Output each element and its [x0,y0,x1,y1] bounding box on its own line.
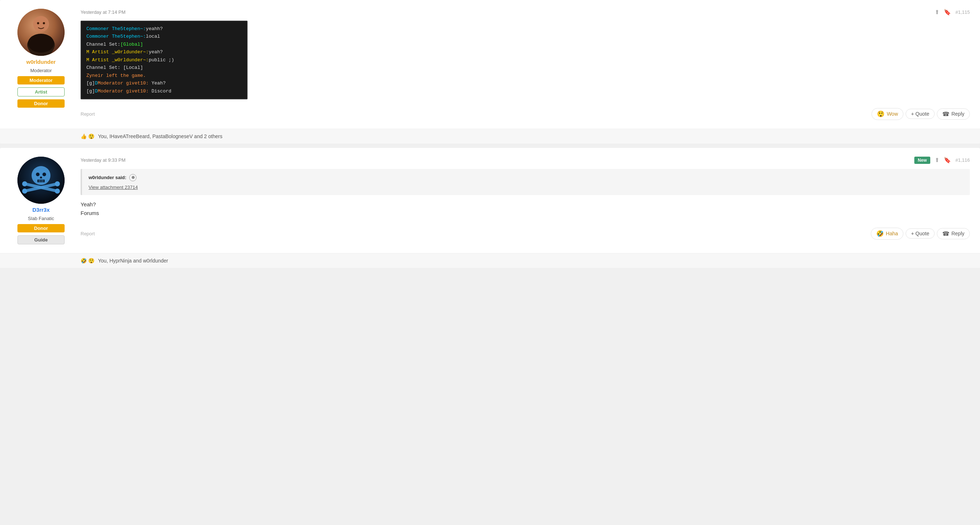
wow-emoji-row-1: 😲 [88,133,94,139]
post-1116: D3rr3x Slab Fanatic Donor Guide Yesterda… [0,148,980,268]
svg-point-6 [28,34,54,52]
reply-button-2[interactable]: ☎ Reply [937,228,970,239]
svg-point-5 [43,22,45,24]
avatar-2 [18,157,65,204]
action-buttons-2: 🤣 Haha + Quote ☎ Reply [871,228,970,240]
reply-button-1[interactable]: ☎ Reply [937,108,970,120]
svg-point-9 [36,173,40,176]
share-icon-2[interactable]: ⬆ [935,157,939,163]
post-footer-1: Report 😲 Wow + Quote ☎ Reply [81,105,970,120]
haha-emoji-row: 🤣 [81,258,87,263]
quote-link[interactable]: View attachment 23714 [89,184,138,190]
badge-artist-1: Artist [18,87,65,97]
post-header-1: Yesterday at 7:14 PM ⬆ 🔖 #1,115 [81,9,970,16]
avatar-1 [18,9,65,56]
reply-label-2: Reply [951,231,964,236]
reply-label-1: Reply [951,111,964,117]
share-icon-1[interactable]: ⬆ [935,9,939,16]
post-number-2: #1,116 [955,157,970,163]
bookmark-icon-1[interactable]: 🔖 [944,9,951,16]
reaction-item-2[interactable]: 🤣 😲 You, HyprNinja and w0rldunder [81,258,168,263]
user-title-1: Moderator [30,68,51,73]
post-meta-right-1: ⬆ 🔖 #1,115 [935,9,970,16]
wow-label-1: Wow [887,111,898,117]
quote-button-1[interactable]: + Quote [905,109,935,119]
haha-button[interactable]: 🤣 Haha [871,228,904,240]
quote-author: w0rldunder said: ⊕ [89,174,963,181]
post-timestamp-2: Yesterday at 9:33 PM [81,157,126,163]
svg-point-1 [33,16,49,32]
post-meta-right-2: New ⬆ 🔖 #1,116 [914,157,970,164]
haha-emoji: 🤣 [876,230,884,238]
post-1115: w0rldunder Moderator Moderator Artist Do… [0,0,980,144]
svg-point-17 [22,189,27,194]
post-footer-2: Report 🤣 Haha + Quote ☎ Reply [81,225,970,240]
wow-button-1[interactable]: 😲 Wow [872,108,904,120]
action-buttons-1: 😲 Wow + Quote ☎ Reply [872,108,970,120]
svg-point-19 [22,181,27,186]
quote-author-text: w0rldunder said: [89,175,126,180]
quote-block: w0rldunder said: ⊕ View attachment 23714 [81,169,970,195]
user-title-2: Slab Fanatic [28,216,54,221]
new-badge: New [914,157,931,164]
game-screenshot: Commoner The5tephen~: yeahh? Commoner Th… [81,21,248,99]
post-header-2: Yesterday at 9:33 PM New ⬆ 🔖 #1,116 [81,157,970,164]
quote-label-2: + Quote [911,231,929,236]
badge-guide-2: Guide [18,235,65,244]
svg-point-10 [43,173,46,176]
username-1[interactable]: w0rldunder [27,59,56,65]
badge-donor-1: Donor [18,99,65,108]
post-content-1: Yesterday at 7:14 PM ⬆ 🔖 #1,115 Commoner… [81,9,970,120]
body-line-2: Forums [81,209,970,217]
reaction-item-1[interactable]: 👍 😲 You, IHaveATreeBeard, PastaBolognese… [81,133,223,139]
post-content-2: Yesterday at 9:33 PM New ⬆ 🔖 #1,116 w0rl… [81,157,970,244]
quote-expand-icon[interactable]: ⊕ [129,174,137,181]
reaction-text-2: You, HyprNinja and w0rldunder [98,258,168,263]
svg-point-18 [55,181,60,186]
wow-emoji-row-2: 😲 [88,258,94,263]
quote-button-2[interactable]: + Quote [905,228,935,239]
reactions-row-2: 🤣 😲 You, HyprNinja and w0rldunder [0,253,980,268]
username-2[interactable]: D3rr3x [32,207,50,213]
reactions-row-1: 👍 😲 You, IHaveATreeBeard, PastaBolognese… [0,129,980,144]
wow-emoji-1: 😲 [877,110,885,118]
post-timestamp-1: Yesterday at 7:14 PM [81,10,126,15]
badge-donor-2: Donor [18,224,65,232]
post-number-1: #1,115 [955,10,970,15]
reply-icon-2: ☎ [942,230,950,237]
user-sidebar-1: w0rldunder Moderator Moderator Artist Do… [10,9,72,120]
badge-moderator-1: Moderator [18,76,65,84]
reply-icon-1: ☎ [942,111,950,117]
svg-point-4 [37,22,39,24]
bookmark-icon-2[interactable]: 🔖 [944,157,951,163]
post-body-2: Yeah? Forums [81,200,970,217]
report-link-1[interactable]: Report [81,111,95,117]
haha-label: Haha [886,231,898,236]
quote-label-1: + Quote [911,111,929,117]
reaction-text-1: You, IHaveATreeBeard, PastaBologneseV an… [98,133,223,139]
body-line-1: Yeah? [81,200,970,209]
like-emoji-1: 👍 [81,133,87,139]
user-sidebar-2: D3rr3x Slab Fanatic Donor Guide [10,157,72,244]
report-link-2[interactable]: Report [81,231,95,236]
svg-point-20 [55,189,60,194]
